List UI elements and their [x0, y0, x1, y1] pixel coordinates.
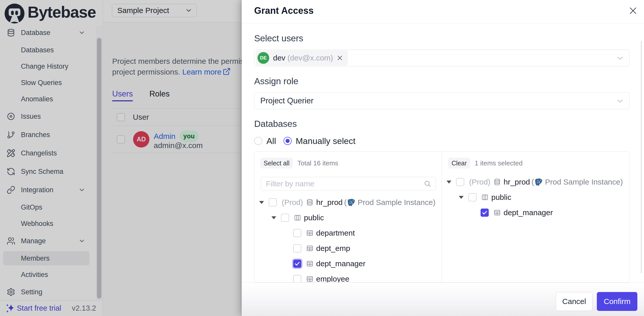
instance-paren: (: [344, 198, 347, 207]
chip-user-email: (dev@x.com): [287, 54, 333, 62]
radio-all-label: All: [266, 136, 276, 146]
cancel-button[interactable]: Cancel: [556, 292, 593, 311]
search-icon: [424, 180, 431, 188]
filter-placeholder: Filter by name: [266, 179, 314, 188]
table-icon: [306, 275, 313, 283]
source-tree-row-hr_prod[interactable]: (Prod)hr_prod(Prod Sample Instance): [254, 195, 442, 210]
database-icon: [306, 199, 313, 206]
tree-checkbox[interactable]: [293, 244, 301, 252]
target-tree-row-dept_manager[interactable]: dept_manager: [442, 205, 629, 220]
table-icon: [494, 209, 501, 216]
drawer-header: Grant Access: [242, 0, 644, 24]
database-scope-radios: All Manually select: [254, 137, 629, 145]
database-icon: [494, 178, 501, 186]
instance-paren: (: [532, 178, 534, 186]
assign-role-heading: Assign role: [254, 76, 629, 86]
source-tree-row-dept_emp[interactable]: dept_emp: [254, 241, 442, 256]
environment-label: (Prod): [282, 198, 303, 207]
chevron-down-icon: [616, 97, 624, 105]
tree-node-label: dept_emp: [316, 244, 350, 253]
table-icon: [306, 229, 313, 237]
radio-manually-select[interactable]: [284, 137, 292, 145]
total-items-label: Total 16 items: [297, 159, 338, 167]
select-users-heading: Select users: [254, 33, 629, 43]
tree-node-label: public: [304, 213, 324, 222]
selected-count-label: 1 items selected: [475, 159, 523, 167]
users-multiselect[interactable]: DE dev (dev@x.com): [254, 50, 629, 66]
chip-user-name: dev: [273, 54, 285, 62]
environment-label: (Prod): [469, 178, 490, 186]
role-select[interactable]: Project Querier: [254, 92, 629, 109]
radio-all[interactable]: [254, 137, 262, 145]
target-tree-row-hr_prod[interactable]: (Prod)hr_prod(Prod Sample Instance): [442, 174, 629, 190]
close-icon[interactable]: [628, 6, 638, 16]
tree-checkbox[interactable]: [293, 229, 301, 237]
source-database-tree: (Prod)hr_prod(Prod Sample Instance)publi…: [254, 195, 442, 283]
schema-icon: [294, 214, 301, 221]
postgresql-icon: [535, 178, 543, 186]
tree-node-label: dept_manager: [504, 208, 553, 217]
role-select-value: Project Querier: [260, 96, 313, 105]
drawer-scrollbar[interactable]: [641, 41, 642, 273]
transfer-target-pane: Clear 1 items selected (Prod)hr_prod(Pro…: [442, 152, 629, 282]
select-all-button[interactable]: Select all: [260, 158, 293, 168]
drawer-body: Select users DE dev (dev@x.com) Assign r…: [242, 24, 644, 283]
filter-input[interactable]: Filter by name: [261, 177, 436, 190]
tree-checkbox-checked[interactable]: [481, 209, 489, 217]
drawer-footer: Cancel Confirm: [242, 283, 644, 316]
tree-checkbox[interactable]: [269, 198, 277, 206]
tree-node-label: hr_prod: [316, 198, 342, 207]
source-pane-header: Select all Total 16 items: [260, 157, 442, 169]
tree-checkbox[interactable]: [456, 178, 464, 186]
confirm-button[interactable]: Confirm: [597, 292, 637, 311]
table-icon: [306, 260, 313, 267]
clear-button[interactable]: Clear: [448, 158, 470, 168]
tree-node-label: employee: [316, 275, 349, 283]
instance-name-label: Prod Sample Instance): [545, 178, 623, 186]
tree-expand-caret-icon[interactable]: [446, 180, 452, 184]
radio-manual-label: Manually select: [296, 136, 355, 146]
remove-user-icon[interactable]: [337, 55, 343, 61]
table-icon: [306, 245, 313, 252]
selected-user-chip: DE dev (dev@x.com): [256, 51, 347, 65]
target-database-tree: (Prod)hr_prod(Prod Sample Instance)publi…: [442, 174, 629, 220]
drawer-title: Grant Access: [254, 5, 314, 16]
chevron-down-icon: [616, 54, 624, 62]
target-pane-header: Clear 1 items selected: [448, 157, 629, 169]
instance-name-label: Prod Sample Instance): [358, 198, 435, 207]
databases-heading: Databases: [254, 119, 629, 129]
user-avatar: DE: [257, 52, 269, 64]
tree-checkbox[interactable]: [281, 214, 289, 222]
tree-node-label: hr_prod: [504, 178, 530, 186]
tree-expand-caret-icon[interactable]: [271, 216, 277, 220]
source-tree-row-public[interactable]: public: [254, 210, 442, 225]
postgresql-icon: [347, 199, 355, 206]
grant-access-drawer: Grant Access Select users DE dev (dev@x.…: [242, 0, 644, 316]
transfer-source-pane: Select all Total 16 items Filter by name…: [254, 152, 442, 282]
tree-node-label: dept_manager: [316, 259, 365, 268]
source-tree-row-employee[interactable]: employee: [254, 271, 442, 283]
database-transfer: Select all Total 16 items Filter by name…: [254, 151, 629, 283]
tree-node-label: department: [316, 229, 355, 237]
target-tree-row-public[interactable]: public: [442, 190, 629, 205]
tree-expand-caret-icon[interactable]: [458, 195, 464, 199]
schema-icon: [481, 194, 488, 201]
tree-checkbox[interactable]: [468, 193, 476, 201]
tree-checkbox[interactable]: [293, 275, 301, 283]
tree-checkbox-checked[interactable]: [293, 260, 301, 268]
tree-expand-caret-icon[interactable]: [259, 200, 265, 204]
tree-node-label: public: [491, 193, 511, 202]
source-tree-row-dept_manager[interactable]: dept_manager: [254, 256, 442, 271]
source-tree-row-department[interactable]: department: [254, 225, 442, 241]
